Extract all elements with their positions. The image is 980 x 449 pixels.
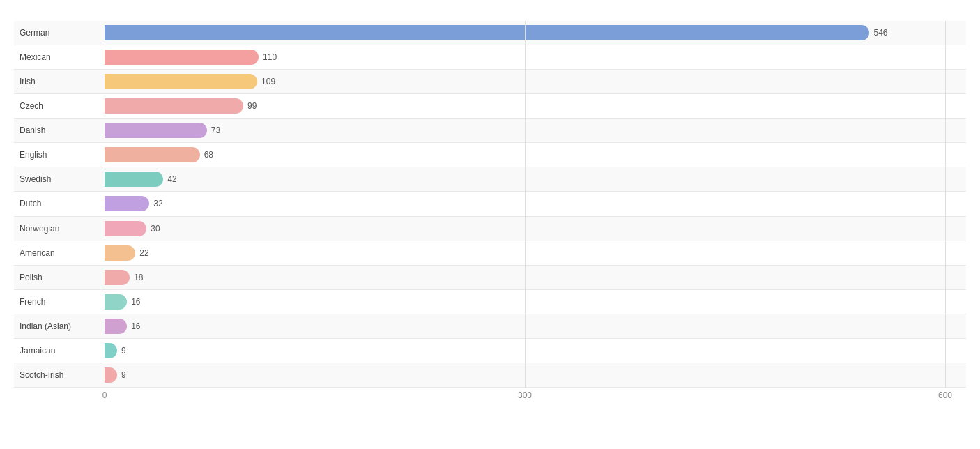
bar-label: Jamaican xyxy=(14,346,105,356)
bar-fill xyxy=(105,172,163,187)
bar-label: Swedish xyxy=(14,174,105,184)
bar-label: English xyxy=(14,150,105,160)
bar-fill xyxy=(105,245,135,261)
bar-wrapper: 546 xyxy=(105,25,966,40)
bar-label: Danish xyxy=(14,125,105,135)
bar-value-label: 30 xyxy=(151,224,160,234)
grid-line xyxy=(525,21,526,388)
bar-row: Mexican110 xyxy=(14,45,966,70)
bar-label: Scotch-Irish xyxy=(14,370,105,380)
bar-fill xyxy=(105,196,149,211)
bar-fill xyxy=(105,221,146,236)
bar-value-label: 16 xyxy=(131,321,140,331)
bar-wrapper: 109 xyxy=(105,74,966,89)
x-axis-tick: 600 xyxy=(938,390,952,400)
bar-wrapper: 110 xyxy=(105,50,966,65)
bar-row: Danish73 xyxy=(14,119,966,143)
bar-fill xyxy=(105,98,243,114)
bar-label: Czech xyxy=(14,101,105,111)
bar-row: American22 xyxy=(14,241,966,266)
bar-wrapper: 9 xyxy=(105,367,966,383)
bar-wrapper: 9 xyxy=(105,343,966,358)
bar-wrapper: 16 xyxy=(105,319,966,334)
bar-label: Indian (Asian) xyxy=(14,321,105,331)
bars-section: German546Mexican110Irish109Czech99Danish… xyxy=(14,21,966,388)
bar-row: Polish18 xyxy=(14,266,966,290)
bar-value-label: 68 xyxy=(204,150,213,160)
bar-row: Jamaican9 xyxy=(14,339,966,363)
chart-area: German546Mexican110Irish109Czech99Danish… xyxy=(14,21,966,404)
bar-label: Irish xyxy=(14,77,105,86)
bar-fill xyxy=(105,270,130,285)
bar-fill xyxy=(105,123,207,138)
bar-value-label: 32 xyxy=(153,199,162,208)
bar-value-label: 546 xyxy=(873,28,887,38)
bar-row: French16 xyxy=(14,290,966,314)
bar-value-label: 42 xyxy=(167,174,176,184)
bar-label: Dutch xyxy=(14,199,105,208)
bar-value-label: 9 xyxy=(121,346,126,356)
chart-container: German546Mexican110Irish109Czech99Danish… xyxy=(0,0,980,449)
bar-wrapper: 30 xyxy=(105,221,966,236)
x-axis-tick: 300 xyxy=(518,390,532,400)
bar-row: Irish109 xyxy=(14,70,966,94)
bar-wrapper: 32 xyxy=(105,196,966,211)
bar-value-label: 110 xyxy=(263,52,277,62)
bar-row: Czech99 xyxy=(14,94,966,119)
bar-value-label: 73 xyxy=(211,125,220,135)
x-axis: 0300600 xyxy=(105,390,966,404)
bar-fill xyxy=(105,343,117,358)
bar-wrapper: 73 xyxy=(105,123,966,138)
bar-label: Mexican xyxy=(14,52,105,62)
bar-label: French xyxy=(14,297,105,307)
bar-wrapper: 99 xyxy=(105,98,966,114)
bar-fill xyxy=(105,74,257,89)
bar-label: Norwegian xyxy=(14,224,105,234)
bar-label: American xyxy=(14,248,105,258)
bar-fill xyxy=(105,50,259,65)
bar-fill xyxy=(105,294,127,310)
bar-fill xyxy=(105,25,869,40)
bar-label: German xyxy=(14,28,105,38)
bar-value-label: 16 xyxy=(131,297,140,307)
bar-value-label: 22 xyxy=(139,248,148,258)
bar-row: English68 xyxy=(14,143,966,167)
bar-wrapper: 42 xyxy=(105,172,966,187)
x-axis-tick: 0 xyxy=(102,390,107,400)
bar-fill xyxy=(105,147,200,162)
bar-row: Swedish42 xyxy=(14,167,966,192)
bar-wrapper: 18 xyxy=(105,270,966,285)
grid-line xyxy=(945,21,946,388)
bar-label: Polish xyxy=(14,273,105,282)
bar-row: German546 xyxy=(14,21,966,45)
bar-wrapper: 22 xyxy=(105,245,966,261)
bar-value-label: 18 xyxy=(134,273,143,282)
bar-fill xyxy=(105,367,117,383)
bar-wrapper: 68 xyxy=(105,147,966,162)
bar-row: Dutch32 xyxy=(14,192,966,216)
bar-row: Scotch-Irish9 xyxy=(14,363,966,388)
bar-value-label: 109 xyxy=(261,77,275,86)
bar-row: Norwegian30 xyxy=(14,217,966,241)
bar-value-label: 99 xyxy=(247,101,257,111)
bar-wrapper: 16 xyxy=(105,294,966,310)
bar-fill xyxy=(105,319,127,334)
bar-row: Indian (Asian)16 xyxy=(14,314,966,339)
bar-value-label: 9 xyxy=(121,370,126,380)
